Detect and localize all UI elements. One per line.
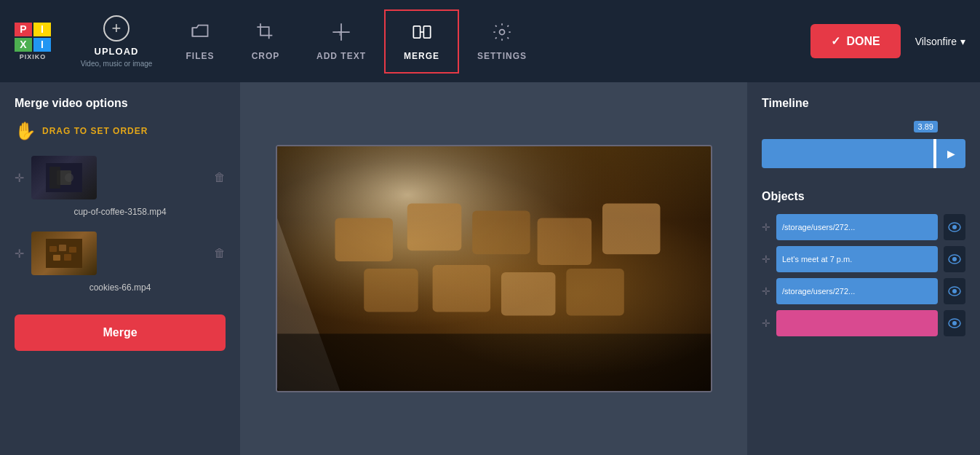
merge-button[interactable]: Merge	[15, 314, 226, 351]
nav-label-settings: SETTINGS	[477, 51, 527, 61]
obj-text-3: /storage/users/272...	[782, 287, 855, 296]
done-label: DONE	[846, 35, 880, 48]
crop-icon	[255, 22, 276, 47]
svg-rect-9	[49, 246, 57, 252]
video-name-2: cookies-66.mp4	[15, 282, 226, 293]
obj-eye-icon-4[interactable]	[944, 310, 965, 336]
svg-point-30	[952, 257, 957, 261]
obj-bar-3[interactable]: /storage/users/272...	[776, 278, 938, 304]
logo-letter-o: I	[33, 38, 51, 52]
svg-point-34	[952, 321, 957, 325]
logo-letter-x: X	[15, 38, 32, 52]
svg-point-32	[952, 289, 957, 293]
timeline-title: Timeline	[762, 97, 965, 110]
obj-eye-icon-2[interactable]	[944, 246, 965, 272]
nav-item-crop[interactable]: CROP	[233, 11, 298, 72]
svg-rect-10	[59, 245, 66, 251]
nav-item-settings[interactable]: SETTINGS	[459, 11, 545, 72]
nav-label-add-text: ADD TEXT	[316, 51, 366, 61]
obj-move-icon-4[interactable]: ✛	[762, 317, 770, 329]
add-text-icon: T	[331, 22, 351, 47]
svg-rect-2	[423, 25, 430, 37]
settings-icon	[492, 22, 512, 47]
upload-button[interactable]: + UPLOAD Video, music or image	[73, 8, 160, 75]
svg-rect-12	[53, 255, 60, 261]
upload-sub-label: Video, music or image	[81, 60, 153, 68]
upload-label: UPLOAD	[95, 46, 139, 57]
cookies-thumb-svg	[46, 239, 82, 268]
timeline-play-button[interactable]: ▶	[936, 139, 965, 168]
panel-title: Merge video options	[15, 97, 226, 110]
objects-title: Objects	[762, 190, 965, 203]
objects-section: Objects ✛ /storage/users/272... ✛	[762, 190, 965, 336]
drag-text: DRAG TO SET ORDER	[42, 126, 148, 136]
move-icon-1[interactable]: ✛	[15, 171, 24, 185]
logo-letter-p: P	[15, 23, 32, 36]
logo-subtitle: PIXIKO	[20, 53, 47, 60]
delete-icon-2[interactable]: 🗑	[214, 247, 226, 260]
logo-letter-i: I	[33, 23, 51, 36]
nav-item-add-text[interactable]: T ADD TEXT	[298, 11, 384, 72]
svg-point-28	[952, 225, 957, 229]
merge-icon	[412, 22, 432, 47]
obj-eye-icon-3[interactable]	[944, 278, 965, 304]
obj-bar-4[interactable]	[776, 310, 938, 336]
timeline-container: 3.89 ▶	[762, 121, 965, 172]
obj-move-icon-2[interactable]: ✛	[762, 253, 770, 265]
svg-point-7	[65, 173, 73, 182]
user-menu[interactable]: Vilsonfire ▾	[915, 36, 965, 47]
drag-hand-icon: ✋	[15, 121, 36, 141]
eye-svg-1	[948, 222, 961, 232]
nav-label-merge: MERGE	[404, 51, 439, 61]
done-check-icon: ✓	[831, 34, 840, 48]
user-dropdown-icon: ▾	[960, 36, 965, 47]
obj-bar-1[interactable]: /storage/users/272...	[776, 214, 938, 240]
delete-icon-1[interactable]: 🗑	[214, 171, 226, 184]
eye-svg-3	[948, 286, 961, 296]
upload-circle-icon: +	[103, 15, 130, 41]
obj-text-1: /storage/users/272...	[782, 223, 855, 232]
svg-rect-8	[46, 239, 82, 268]
eye-svg-2	[948, 254, 961, 264]
obj-move-icon-3[interactable]: ✛	[762, 285, 770, 297]
video-item-2: ✛ 🗑 cookies-66.mp4	[15, 232, 226, 293]
timeline-bar[interactable]: ▶	[762, 139, 965, 168]
nav-item-merge[interactable]: MERGE	[384, 9, 459, 74]
svg-rect-13	[64, 254, 71, 261]
left-panel: Merge video options ✋ DRAG TO SET ORDER …	[0, 82, 240, 455]
object-item-1: ✛ /storage/users/272...	[762, 214, 965, 240]
cookies-visual	[277, 146, 711, 391]
svg-text:T: T	[338, 29, 342, 36]
main-area: Merge video options ✋ DRAG TO SET ORDER …	[0, 82, 980, 455]
drag-hint: ✋ DRAG TO SET ORDER	[15, 121, 226, 141]
right-panel: Timeline 3.89 ▶ Objects ✛ /storage/users…	[747, 82, 980, 455]
timeline-section: Timeline 3.89 ▶	[762, 97, 965, 172]
video-item-1: ✛ 🗑 cup-of-coffee-3158.mp4	[15, 156, 226, 217]
files-icon	[190, 22, 210, 47]
coffee-thumb-svg	[46, 163, 82, 192]
object-item-4: ✛	[762, 310, 965, 336]
preview-inner	[277, 146, 711, 391]
svg-rect-6	[49, 167, 60, 189]
logo[interactable]: P I X I PIXIKO	[15, 23, 51, 60]
video-thumb-cookies	[31, 232, 97, 275]
nav-label-files: FILES	[186, 51, 214, 61]
obj-text-2: Let's meet at 7 p.m.	[782, 255, 852, 264]
svg-rect-11	[69, 247, 76, 253]
move-icon-2[interactable]: ✛	[15, 247, 24, 261]
video-thumb-coffee	[31, 156, 97, 199]
obj-bar-2[interactable]: Let's meet at 7 p.m.	[776, 246, 938, 272]
eye-svg-4	[948, 318, 961, 328]
svg-rect-1	[413, 25, 420, 37]
logo-grid: P I X I	[15, 23, 51, 52]
done-button[interactable]: ✓ DONE	[810, 24, 900, 58]
obj-move-icon-1[interactable]: ✛	[762, 221, 770, 233]
obj-eye-icon-1[interactable]	[944, 214, 965, 240]
username-label: Vilsonfire	[915, 36, 957, 47]
svg-point-3	[500, 29, 505, 34]
nav-item-files[interactable]: FILES	[167, 11, 233, 72]
timeline-fill	[762, 139, 933, 168]
nav-bar: FILES CROP T ADD TEXT	[167, 9, 810, 74]
center-panel	[240, 82, 747, 455]
nav-label-crop: CROP	[252, 51, 280, 61]
